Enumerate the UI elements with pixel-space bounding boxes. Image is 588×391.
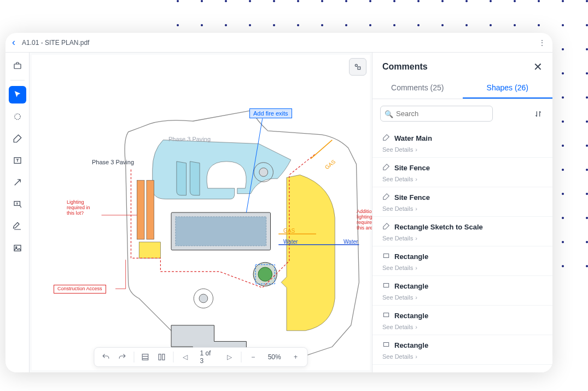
shape-type-icon [382,252,390,261]
svg-point-1 [14,114,20,120]
svg-rect-35 [383,254,388,258]
svg-rect-29 [358,67,360,70]
see-details-link[interactable]: See Details › [382,205,543,212]
close-panel-button[interactable]: ✕ [533,60,543,73]
shape-type-icon [382,341,390,350]
zoom-label: 50% [263,353,287,361]
undo-button[interactable] [98,349,113,365]
label-phase3-a: Phase 3 Paving [92,159,134,165]
label-water-2: Water [344,239,358,245]
shape-type-icon [382,311,390,320]
label-water-1: Water [283,239,298,245]
svg-rect-8 [139,242,160,258]
svg-rect-37 [383,313,388,317]
callout-lighting[interactable]: Lighting required in this lot? [63,199,97,217]
zoom-out-button[interactable]: − [246,349,260,365]
see-details-link[interactable]: See Details › [382,176,543,182]
shape-label: Site Fence [394,164,430,172]
svg-rect-6 [137,180,144,239]
shape-label: Rectangle [394,341,428,349]
svg-rect-38 [383,343,388,347]
comments-panel: Comments ✕ Comments (25) Shapes (26) 🔍 W… [372,53,552,372]
select-tool[interactable] [9,86,26,104]
shape-item[interactable]: RectangleSee Details › [372,276,552,306]
shape-item[interactable]: RectangleSee Details › [372,306,552,335]
canvas[interactable]: for(let i=0;i<28;i++){document.write('')… [30,53,372,372]
shape-label: Rectangle [394,312,428,320]
search-input[interactable] [380,106,493,122]
shape-item[interactable]: Site FenceSee Details › [372,187,552,217]
svg-rect-34 [162,354,165,360]
sort-button[interactable] [532,107,545,120]
shape-type-icon [382,281,390,291]
shape-type-icon [382,163,390,173]
next-page-button[interactable]: ▷ [223,349,237,365]
prev-page-button[interactable]: ◁ [178,349,193,365]
svg-rect-7 [147,180,154,239]
callout-tool[interactable] [9,196,26,213]
titlebar: ‹ A1.01 - SITE PLAN.pdf ⋮ [5,33,552,53]
svg-rect-0 [14,64,21,68]
highlight-tool[interactable] [9,217,26,235]
back-button[interactable]: ‹ [12,37,15,48]
panel-toggle-button[interactable] [349,58,366,76]
toolbox-tool[interactable] [9,57,26,74]
text-tool[interactable] [9,152,26,169]
svg-point-16 [258,267,272,281]
bottombar: ◁ 1 of 3 ▷ − 50% + [94,347,307,367]
shape-label: Rectangle [394,252,428,261]
shape-label: Water Main [394,134,432,142]
shape-tool[interactable] [9,108,26,125]
panel-tabs: Comments (25) Shapes (26) [372,78,552,99]
image-tool[interactable] [9,239,26,257]
tab-comments[interactable]: Comments (25) [372,78,463,99]
svg-rect-4 [14,245,21,251]
pen-tool[interactable] [9,130,26,147]
svg-rect-33 [159,354,161,360]
shape-item[interactable]: Rectangle Sketch to ScaleSee Details › [372,217,552,246]
arrow-tool[interactable] [9,174,26,191]
document-title: A1.01 - SITE PLAN.pdf [22,39,89,47]
shape-type-icon [382,193,390,202]
search-icon: 🔍 [385,110,393,118]
left-toolbar [5,53,30,372]
svg-point-21 [259,168,268,177]
see-details-link[interactable]: See Details › [382,353,543,360]
label-gas-1: GAS [283,228,295,234]
app-window: ‹ A1.01 - SITE PLAN.pdf ⋮ [5,33,552,372]
shape-label: Rectangle Sketch to Scale [394,223,483,231]
svg-point-28 [355,64,357,66]
callout-fire-exits[interactable]: Add fire exits [249,108,292,118]
shape-type-icon [382,134,390,143]
view-grid-button[interactable] [155,349,169,365]
callout-additional-lighting[interactable]: Additional lighting required in this are… [353,208,372,232]
panel-title: Comments [382,62,428,72]
see-details-link[interactable]: See Details › [382,324,543,330]
redo-button[interactable] [115,349,129,365]
shape-type-icon [382,222,390,232]
see-details-link[interactable]: See Details › [382,264,543,271]
more-menu[interactable]: ⋮ [538,38,546,47]
shape-item[interactable]: Site FenceSee Details › [372,158,552,187]
see-details-link[interactable]: See Details › [382,146,543,153]
shape-label: Rectangle [394,282,428,290]
shape-label: Site Fence [394,193,430,202]
svg-line-24 [311,140,332,159]
zoom-in-button[interactable]: + [289,349,303,365]
see-details-link[interactable]: See Details › [382,294,543,301]
page-label: 1 of 3 [194,349,220,365]
tab-shapes[interactable]: Shapes (26) [463,78,553,99]
svg-rect-10 [176,217,266,246]
callout-construction-access[interactable]: Construction Access [54,285,106,294]
shape-item[interactable]: Water MainSee Details › [372,128,552,158]
svg-rect-30 [143,354,149,360]
svg-point-19 [199,294,208,303]
shape-list: Water MainSee Details ›Site FenceSee Det… [372,128,552,372]
label-phase3-b: Phase 3 Paving [168,136,211,142]
see-details-link[interactable]: See Details › [382,235,543,242]
view-list-button[interactable] [138,349,153,365]
shape-item[interactable]: RectangleSee Details › [372,335,552,365]
shape-item[interactable]: RectangleSee Details › [372,246,552,276]
svg-rect-36 [383,284,388,288]
